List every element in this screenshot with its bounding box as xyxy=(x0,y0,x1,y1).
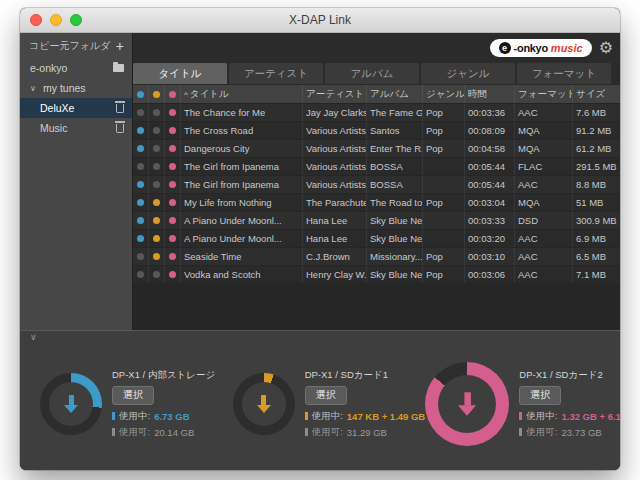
download-arrow-icon xyxy=(257,395,271,413)
device-column-header[interactable] xyxy=(165,85,181,103)
cell-title: The Chance for Me xyxy=(181,104,303,121)
transfer-dot-cell[interactable] xyxy=(149,140,165,157)
transfer-dot-cell[interactable] xyxy=(133,158,149,175)
cell-time: 00:05:44 xyxy=(465,158,515,175)
zoom-window-button[interactable] xyxy=(70,14,82,26)
gear-icon[interactable]: ⚙ xyxy=(599,40,613,56)
topbar: e -onkyo music ⚙ xyxy=(133,33,620,63)
transfer-dot-cell[interactable] xyxy=(165,176,181,193)
used-storage-stat: 使用中: 1.32 GB + 6.13 GB xyxy=(519,410,612,423)
transfer-dot-cell[interactable] xyxy=(165,140,181,157)
table-row[interactable]: A Piano Under Moonl...Hana LeeSky Blue N… xyxy=(133,230,620,248)
transfer-dot-cell[interactable] xyxy=(149,212,165,229)
transfer-dot-cell[interactable] xyxy=(149,122,165,139)
transfer-dot-cell[interactable] xyxy=(133,212,149,229)
track-table: The Chance for MeJay Jay Clarks...The Fa… xyxy=(133,104,620,330)
transfer-dot-cell[interactable] xyxy=(165,212,181,229)
transfer-dot-cell[interactable] xyxy=(165,194,181,211)
minimize-window-button[interactable] xyxy=(50,14,62,26)
table-row[interactable]: A Piano Under Moonl...Hana LeeSky Blue N… xyxy=(133,212,620,230)
used-storage-stat: 使用中: 6.73 GB xyxy=(112,410,215,423)
transfer-dot-cell[interactable] xyxy=(149,176,165,193)
sidebar-item-e-onkyo[interactable]: e-onkyo xyxy=(20,58,132,78)
transfer-dot-cell[interactable] xyxy=(165,158,181,175)
tab-genre[interactable]: ジャンル xyxy=(421,63,515,84)
device-column-header[interactable] xyxy=(149,85,165,103)
tab-album[interactable]: アルバム xyxy=(325,63,419,84)
column-header-title[interactable]: ^タイトル xyxy=(181,85,303,103)
column-header-genre[interactable]: ジャンル xyxy=(423,85,465,103)
transfer-dot-cell[interactable] xyxy=(149,158,165,175)
select-device-button[interactable]: 選択 xyxy=(305,386,347,405)
cell-format: AAC xyxy=(515,176,573,193)
cell-format: MQA xyxy=(515,140,573,157)
sidebar-item-deluxe[interactable]: DeluXe xyxy=(20,98,132,118)
cell-artist: Henry Clay W... xyxy=(303,266,367,283)
table-row[interactable]: The Girl from IpanemaVarious ArtistsBOSS… xyxy=(133,158,620,176)
chevron-down-icon[interactable]: ∨ xyxy=(30,84,38,93)
tab-title[interactable]: タイトル xyxy=(133,63,227,84)
cell-title: Seaside Time xyxy=(181,248,303,265)
device-dot-active-icon xyxy=(153,253,160,260)
transfer-dot-cell[interactable] xyxy=(133,122,149,139)
select-device-button[interactable]: 選択 xyxy=(519,386,561,405)
tab-format[interactable]: フォーマット xyxy=(517,63,611,84)
tab-artist[interactable]: アーティスト xyxy=(229,63,323,84)
cell-time: 00:03:33 xyxy=(465,212,515,229)
device-dot-inactive-icon xyxy=(153,109,160,116)
table-row[interactable]: Dangerous CityVarious ArtistsEnter The R… xyxy=(133,140,620,158)
device-dot-active-icon xyxy=(153,199,160,206)
transfer-dot-cell[interactable] xyxy=(133,266,149,283)
trash-icon[interactable] xyxy=(116,104,124,113)
collapse-panel-icon[interactable]: ∨ xyxy=(30,332,37,342)
transfer-dot-cell[interactable] xyxy=(149,248,165,265)
cell-genre xyxy=(423,158,465,175)
tab-bar: タイトル アーティスト アルバム ジャンル フォーマット xyxy=(133,63,620,84)
transfer-dot-cell[interactable] xyxy=(133,248,149,265)
transfer-dot-cell[interactable] xyxy=(165,248,181,265)
transfer-dot-cell[interactable] xyxy=(149,194,165,211)
table-row[interactable]: The Girl from IpanemaVarious ArtistsBOSS… xyxy=(133,176,620,194)
transfer-dot-cell[interactable] xyxy=(165,122,181,139)
used-storage-stat: 使用中: 147 KB + 1.49 GB xyxy=(305,410,420,423)
cell-artist: Various Artists xyxy=(303,158,367,175)
column-header-time[interactable]: 時間 xyxy=(465,85,515,103)
cell-album: Enter The R... xyxy=(367,140,423,157)
transfer-dot-cell[interactable] xyxy=(133,176,149,193)
table-row[interactable]: My Life from NothingThe ParachutesThe Ro… xyxy=(133,194,620,212)
table-row[interactable]: The Chance for MeJay Jay Clarks...The Fa… xyxy=(133,104,620,122)
table-row[interactable]: The Cross RoadVarious ArtistsSantosPop00… xyxy=(133,122,620,140)
sidebar-item-my-tunes[interactable]: ∨ my tunes xyxy=(20,78,132,98)
cell-album: Sky Blue Ne... xyxy=(367,212,423,229)
device-dot-inactive-icon xyxy=(137,163,144,170)
trash-icon[interactable] xyxy=(116,124,124,133)
cell-format: AAC xyxy=(515,266,573,283)
add-folder-button[interactable]: + xyxy=(116,41,124,51)
transfer-dot-cell[interactable] xyxy=(149,104,165,121)
transfer-dot-cell[interactable] xyxy=(133,194,149,211)
device-dot-inactive-icon xyxy=(153,163,160,170)
table-row[interactable]: Vodka and ScotchHenry Clay W...Sky Blue … xyxy=(133,266,620,284)
transfer-dot-cell[interactable] xyxy=(133,140,149,157)
device2-dot-icon xyxy=(153,91,160,98)
close-window-button[interactable] xyxy=(30,14,42,26)
sidebar-item-music[interactable]: Music xyxy=(20,118,132,138)
table-row[interactable]: Seaside TimeC.J.BrownMissionary...Pop00:… xyxy=(133,248,620,266)
select-device-button[interactable]: 選択 xyxy=(112,386,154,405)
transfer-dot-cell[interactable] xyxy=(133,104,149,121)
column-header-artist[interactable]: アーティスト xyxy=(303,85,367,103)
transfer-dot-cell[interactable] xyxy=(149,266,165,283)
transfer-dot-cell[interactable] xyxy=(165,266,181,283)
column-header-size[interactable]: サイズ xyxy=(573,85,620,103)
cell-size: 291.5 MB xyxy=(573,158,620,175)
column-header-format[interactable]: フォーマット xyxy=(515,85,573,103)
cell-size: 6.9 MB xyxy=(573,230,620,247)
transfer-dot-cell[interactable] xyxy=(149,230,165,247)
cell-album: The Fame G... xyxy=(367,104,423,121)
transfer-dot-cell[interactable] xyxy=(165,104,181,121)
device-column-header[interactable] xyxy=(133,85,149,103)
transfer-dot-cell[interactable] xyxy=(165,230,181,247)
used-marker-icon xyxy=(112,412,115,420)
transfer-dot-cell[interactable] xyxy=(133,230,149,247)
column-header-album[interactable]: アルバム xyxy=(367,85,423,103)
